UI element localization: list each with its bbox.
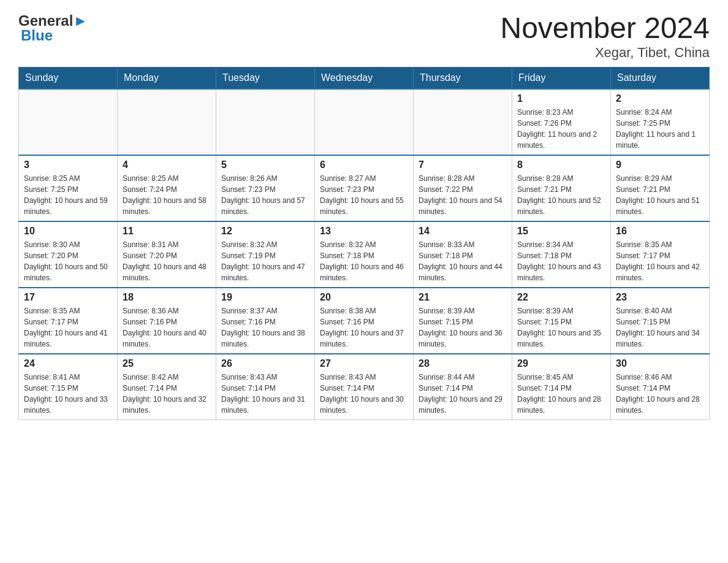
day-info: Sunrise: 8:37 AMSunset: 7:16 PMDaylight:… (221, 305, 309, 350)
calendar-cell: 3Sunrise: 8:25 AMSunset: 7:25 PMDaylight… (19, 155, 118, 221)
day-info: Sunrise: 8:27 AMSunset: 7:23 PMDaylight:… (320, 173, 408, 217)
calendar-cell: 22Sunrise: 8:39 AMSunset: 7:15 PMDayligh… (512, 288, 611, 354)
title-block: November 2024 Xegar, Tibet, China (500, 12, 710, 61)
calendar-cell: 26Sunrise: 8:43 AMSunset: 7:14 PMDayligh… (216, 354, 315, 420)
logo-blue-text: Blue (18, 27, 53, 44)
day-number: 27 (320, 358, 408, 369)
page-header: General► Blue November 2024 Xegar, Tibet… (18, 12, 710, 61)
day-number: 23 (616, 292, 704, 303)
calendar-cell: 19Sunrise: 8:37 AMSunset: 7:16 PMDayligh… (216, 288, 315, 354)
day-info: Sunrise: 8:24 AMSunset: 7:25 PMDaylight:… (616, 107, 704, 151)
calendar-cell (315, 89, 414, 155)
calendar-cell (118, 89, 216, 155)
day-info: Sunrise: 8:26 AMSunset: 7:23 PMDaylight:… (221, 173, 309, 217)
calendar-cell: 28Sunrise: 8:44 AMSunset: 7:14 PMDayligh… (414, 354, 512, 420)
day-number: 3 (24, 159, 112, 170)
calendar-cell: 9Sunrise: 8:29 AMSunset: 7:21 PMDaylight… (611, 155, 710, 221)
day-info: Sunrise: 8:39 AMSunset: 7:15 PMDaylight:… (517, 305, 605, 350)
day-info: Sunrise: 8:30 AMSunset: 7:20 PMDaylight:… (24, 239, 112, 283)
day-number: 9 (616, 159, 704, 170)
calendar-cell: 6Sunrise: 8:27 AMSunset: 7:23 PMDaylight… (315, 155, 414, 221)
day-info: Sunrise: 8:36 AMSunset: 7:16 PMDaylight:… (123, 305, 211, 350)
calendar-cell: 8Sunrise: 8:28 AMSunset: 7:21 PMDaylight… (512, 155, 611, 221)
calendar-cell: 5Sunrise: 8:26 AMSunset: 7:23 PMDaylight… (216, 155, 315, 221)
calendar-cell: 21Sunrise: 8:39 AMSunset: 7:15 PMDayligh… (414, 288, 512, 354)
day-info: Sunrise: 8:28 AMSunset: 7:21 PMDaylight:… (517, 173, 605, 217)
day-number: 21 (419, 292, 507, 303)
calendar-cell: 12Sunrise: 8:32 AMSunset: 7:19 PMDayligh… (216, 221, 315, 288)
day-number: 15 (517, 226, 605, 237)
day-number: 28 (419, 358, 507, 369)
calendar-cell: 18Sunrise: 8:36 AMSunset: 7:16 PMDayligh… (118, 288, 216, 354)
calendar-cell: 4Sunrise: 8:25 AMSunset: 7:24 PMDaylight… (118, 155, 216, 221)
weekday-header-wednesday: Wednesday (315, 67, 414, 89)
logo-arrow-shape: ► (73, 12, 88, 29)
calendar-cell: 16Sunrise: 8:35 AMSunset: 7:17 PMDayligh… (611, 221, 710, 288)
day-number: 20 (320, 292, 408, 303)
day-number: 12 (221, 226, 309, 237)
day-info: Sunrise: 8:42 AMSunset: 7:14 PMDaylight:… (123, 372, 211, 416)
calendar-cell: 27Sunrise: 8:43 AMSunset: 7:14 PMDayligh… (315, 354, 414, 420)
calendar-cell: 14Sunrise: 8:33 AMSunset: 7:18 PMDayligh… (414, 221, 512, 288)
calendar-cell: 24Sunrise: 8:41 AMSunset: 7:15 PMDayligh… (19, 354, 118, 420)
weekday-header-monday: Monday (118, 67, 216, 89)
calendar-week-row: 24Sunrise: 8:41 AMSunset: 7:15 PMDayligh… (19, 354, 710, 420)
day-number: 2 (616, 93, 704, 104)
calendar-cell (216, 89, 315, 155)
day-info: Sunrise: 8:28 AMSunset: 7:22 PMDaylight:… (419, 173, 507, 217)
day-info: Sunrise: 8:31 AMSunset: 7:20 PMDaylight:… (123, 239, 211, 283)
calendar-cell: 30Sunrise: 8:46 AMSunset: 7:14 PMDayligh… (611, 354, 710, 420)
calendar-week-row: 10Sunrise: 8:30 AMSunset: 7:20 PMDayligh… (19, 221, 710, 288)
day-number: 26 (221, 358, 309, 369)
day-info: Sunrise: 8:43 AMSunset: 7:14 PMDaylight:… (221, 372, 309, 416)
day-number: 25 (123, 358, 211, 369)
calendar-cell: 20Sunrise: 8:38 AMSunset: 7:16 PMDayligh… (315, 288, 414, 354)
day-info: Sunrise: 8:23 AMSunset: 7:26 PMDaylight:… (517, 107, 605, 151)
calendar-cell: 13Sunrise: 8:32 AMSunset: 7:18 PMDayligh… (315, 221, 414, 288)
day-number: 19 (221, 292, 309, 303)
calendar-cell: 17Sunrise: 8:35 AMSunset: 7:17 PMDayligh… (19, 288, 118, 354)
calendar-subtitle: Xegar, Tibet, China (500, 45, 710, 61)
day-info: Sunrise: 8:39 AMSunset: 7:15 PMDaylight:… (419, 305, 507, 350)
calendar-cell: 25Sunrise: 8:42 AMSunset: 7:14 PMDayligh… (118, 354, 216, 420)
day-number: 10 (24, 226, 112, 237)
day-info: Sunrise: 8:32 AMSunset: 7:19 PMDaylight:… (221, 239, 309, 283)
calendar-table: SundayMondayTuesdayWednesdayThursdayFrid… (18, 67, 710, 420)
calendar-cell: 2Sunrise: 8:24 AMSunset: 7:25 PMDaylight… (611, 89, 710, 155)
calendar-cell: 10Sunrise: 8:30 AMSunset: 7:20 PMDayligh… (19, 221, 118, 288)
calendar-cell: 1Sunrise: 8:23 AMSunset: 7:26 PMDaylight… (512, 89, 611, 155)
calendar-title: November 2024 (500, 12, 710, 45)
day-info: Sunrise: 8:43 AMSunset: 7:14 PMDaylight:… (320, 372, 408, 416)
calendar-cell: 11Sunrise: 8:31 AMSunset: 7:20 PMDayligh… (118, 221, 216, 288)
weekday-header-thursday: Thursday (414, 67, 512, 89)
weekday-header-row: SundayMondayTuesdayWednesdayThursdayFrid… (19, 67, 710, 89)
day-number: 4 (123, 159, 211, 170)
calendar-cell (19, 89, 118, 155)
day-number: 22 (517, 292, 605, 303)
day-number: 24 (24, 358, 112, 369)
day-info: Sunrise: 8:38 AMSunset: 7:16 PMDaylight:… (320, 305, 408, 350)
day-info: Sunrise: 8:40 AMSunset: 7:15 PMDaylight:… (616, 305, 704, 350)
calendar-week-row: 17Sunrise: 8:35 AMSunset: 7:17 PMDayligh… (19, 288, 710, 354)
day-number: 6 (320, 159, 408, 170)
day-info: Sunrise: 8:35 AMSunset: 7:17 PMDaylight:… (24, 305, 112, 350)
day-info: Sunrise: 8:46 AMSunset: 7:14 PMDaylight:… (616, 372, 704, 416)
day-number: 8 (517, 159, 605, 170)
day-number: 18 (123, 292, 211, 303)
day-info: Sunrise: 8:34 AMSunset: 7:18 PMDaylight:… (517, 239, 605, 283)
day-info: Sunrise: 8:44 AMSunset: 7:14 PMDaylight:… (419, 372, 507, 416)
calendar-week-row: 1Sunrise: 8:23 AMSunset: 7:26 PMDaylight… (19, 89, 710, 155)
day-info: Sunrise: 8:29 AMSunset: 7:21 PMDaylight:… (616, 173, 704, 217)
day-info: Sunrise: 8:25 AMSunset: 7:25 PMDaylight:… (24, 173, 112, 217)
calendar-cell: 7Sunrise: 8:28 AMSunset: 7:22 PMDaylight… (414, 155, 512, 221)
day-number: 13 (320, 226, 408, 237)
day-number: 30 (616, 358, 704, 369)
day-info: Sunrise: 8:41 AMSunset: 7:15 PMDaylight:… (24, 372, 112, 416)
day-info: Sunrise: 8:25 AMSunset: 7:24 PMDaylight:… (123, 173, 211, 217)
day-number: 14 (419, 226, 507, 237)
day-number: 1 (517, 93, 605, 104)
day-info: Sunrise: 8:32 AMSunset: 7:18 PMDaylight:… (320, 239, 408, 283)
weekday-header-tuesday: Tuesday (216, 67, 315, 89)
calendar-cell: 15Sunrise: 8:34 AMSunset: 7:18 PMDayligh… (512, 221, 611, 288)
weekday-header-sunday: Sunday (19, 67, 118, 89)
